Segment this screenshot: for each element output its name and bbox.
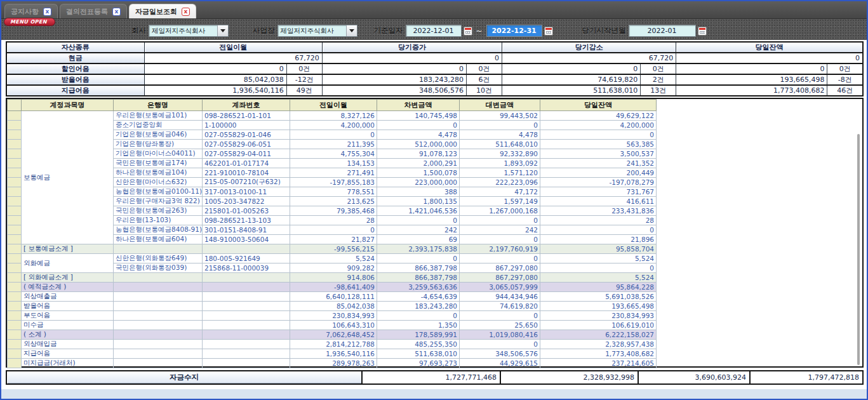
debit-cell: 1,800,135	[377, 197, 460, 206]
balance-cell: 0	[540, 225, 657, 235]
summary-row: 지급어음1,936,540,11649건348,506,57610건511,63…	[6, 85, 863, 96]
row-selector[interactable]	[8, 263, 22, 273]
asset-summary-table: 자산종류 전일이월 당기증가 당기감소 당일잔액 현금67,720067,720…	[6, 41, 864, 97]
row-selector[interactable]	[8, 111, 22, 121]
base-date-from-input[interactable]: 2022-12-01	[406, 25, 462, 37]
row-selector[interactable]	[8, 311, 22, 321]
bank-name-cell	[114, 321, 203, 330]
row-selector[interactable]	[8, 216, 22, 225]
grid-row: 지급어음1,936,540,116511,638,010348,506,5761…	[8, 349, 657, 359]
site-label: 사업장	[253, 26, 275, 36]
account-name-cell: [ 외화예금소계 ]	[22, 273, 114, 283]
row-selector[interactable]	[8, 340, 22, 349]
debit-cell: 0	[377, 254, 460, 263]
close-icon[interactable]: x	[182, 8, 190, 16]
debit-cell: 2,393,175,838	[377, 244, 460, 254]
row-selector[interactable]	[8, 187, 22, 197]
grid-row: 보통예금우리은행(보통예금101)098-286521-01-1018,327,…	[8, 111, 657, 121]
row-selector[interactable]	[8, 168, 22, 178]
row-selector[interactable]	[8, 244, 22, 254]
account-number-cell: 215-05-007210(구632)	[203, 178, 290, 187]
row-selector[interactable]	[8, 149, 22, 159]
calendar-icon[interactable]	[698, 27, 707, 36]
tab-voucher-entry[interactable]: 결의전표등록 x	[60, 4, 127, 18]
row-selector[interactable]	[8, 130, 22, 140]
grid-header-row: 계정과목명 은행명 계좌번호 전일이월 차변금액 대변금액 당일잔액	[8, 100, 657, 111]
credit-cell: 74,619,820	[460, 302, 540, 311]
row-selector[interactable]	[8, 321, 22, 330]
row-selector[interactable]	[8, 359, 22, 368]
bank-name-cell: 우리은행(보통예금101)	[114, 111, 203, 121]
close-icon[interactable]: x	[43, 8, 51, 16]
tab-fund-daily-report[interactable]: 자금일보조회 x	[129, 4, 196, 18]
amount-cell: 0	[676, 53, 863, 63]
row-selector[interactable]	[8, 330, 22, 340]
account-name-cell: 지급어음	[22, 349, 114, 359]
balance-cell: 563,385	[540, 140, 657, 149]
balance-cell: 4,200,000	[540, 121, 657, 130]
fund-balance-value: 2,328,932,998	[501, 371, 639, 383]
row-selector[interactable]	[8, 273, 22, 283]
prev-balance-cell: 5,524	[290, 254, 377, 263]
asset-type-cell: 할인어음	[6, 63, 144, 74]
site-select[interactable]: 제일저지주식회사	[277, 25, 357, 37]
row-selector[interactable]	[8, 302, 22, 311]
grid-row: ( 예적금소계 )-98,641,4093,259,563,6363,065,0…	[8, 283, 657, 292]
amount-cell: 67,720	[144, 53, 322, 63]
grid-header-selector	[8, 100, 22, 111]
balance-cell: 6,222,158,027	[540, 330, 657, 340]
vertical-scrollbar[interactable]	[857, 134, 860, 365]
prev-balance-cell: 289,978,263	[290, 359, 377, 368]
bank-name-cell: 하나은행(보통예금604)	[114, 235, 203, 244]
row-selector[interactable]	[8, 197, 22, 206]
row-selector[interactable]	[8, 292, 22, 302]
bank-name-cell: 국민은행(보통예금263)	[114, 206, 203, 216]
row-selector[interactable]	[8, 254, 22, 263]
chevron-down-icon[interactable]	[217, 25, 228, 36]
prev-balance-cell: 0	[290, 225, 377, 235]
prev-balance-cell: 0	[290, 130, 377, 140]
scrollbar-thumb[interactable]	[857, 134, 860, 365]
credit-cell: 0	[460, 254, 540, 263]
bank-name-cell	[114, 349, 203, 359]
row-selector[interactable]	[8, 235, 22, 244]
account-number-cell	[203, 359, 290, 368]
row-selector[interactable]	[8, 206, 22, 216]
row-selector[interactable]	[8, 349, 22, 359]
calendar-icon[interactable]	[464, 27, 472, 36]
close-icon[interactable]: x	[112, 8, 121, 16]
period-start-input[interactable]: 2022-01	[629, 25, 696, 37]
prev-balance-cell: 914,806	[290, 273, 377, 283]
count-cell: 2건	[641, 74, 676, 85]
balance-cell: 28	[540, 216, 657, 225]
chevron-down-icon[interactable]	[346, 25, 357, 36]
grid-header-credit: 대변금액	[460, 100, 540, 111]
bank-name-cell	[114, 359, 203, 368]
amount-cell: 511,638,010	[502, 85, 641, 96]
account-number-cell: 1005-203-347822	[203, 197, 290, 206]
grid-header-debit: 차변금액	[377, 100, 460, 111]
row-selector[interactable]	[8, 159, 22, 168]
account-name-cell: 미지급금(거래처)	[22, 359, 114, 368]
tab-label: 결의전표등록	[66, 7, 108, 17]
debit-cell: 4,478	[377, 130, 460, 140]
prev-balance-cell: 230,834,993	[290, 311, 377, 321]
debit-cell: 223,000,000	[377, 178, 460, 187]
count-cell: 6건	[467, 74, 502, 85]
company-select[interactable]: 제일저지주식회사	[149, 25, 229, 37]
row-selector[interactable]	[8, 283, 22, 292]
credit-cell: 944,434,946	[460, 292, 540, 302]
bank-name-cell: 중소기업중앙회	[114, 121, 203, 130]
row-selector[interactable]	[8, 178, 22, 187]
row-selector[interactable]	[8, 225, 22, 235]
row-selector[interactable]	[8, 140, 22, 149]
debit-cell: 178,589,991	[377, 330, 460, 340]
tab-notice[interactable]: 공지사항 x	[4, 4, 58, 18]
account-number-cell: 180-005-921649	[203, 254, 290, 263]
credit-cell: 1,267,000,168	[460, 206, 540, 216]
calendar-icon[interactable]	[544, 27, 553, 36]
base-date-to-input[interactable]: 2022-12-31	[486, 25, 542, 37]
row-selector[interactable]	[8, 121, 22, 130]
toolbar: MENU OPEN 회사 제일저지주식회사 사업장 제일저지주식회사 기준일자 …	[1, 18, 867, 40]
query-form: 회사 제일저지주식회사 사업장 제일저지주식회사 기준일자 2022-12-01…	[1, 24, 867, 37]
